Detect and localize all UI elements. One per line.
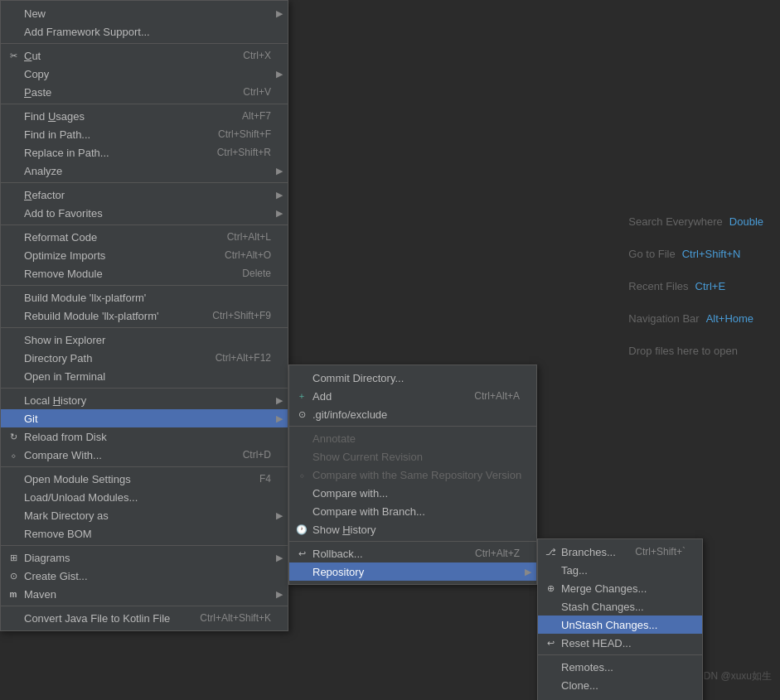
menu-item-analyze[interactable]: Analyze ▶ xyxy=(1,162,288,180)
repo-menu-unstash-changes[interactable]: UnStash Changes... xyxy=(538,616,702,634)
separator-10 xyxy=(1,606,288,606)
repo-menu-merge-changes[interactable]: ⊕ Merge Changes... xyxy=(538,579,702,597)
add-icon: + xyxy=(294,391,309,401)
git-separator-1 xyxy=(289,426,536,427)
repo-menu-stash-changes[interactable]: Stash Changes... xyxy=(538,597,702,616)
analyze-arrow: ▶ xyxy=(276,166,283,176)
git-menu-show-history[interactable]: 🕐 Show History xyxy=(289,520,536,538)
menu-item-find-in-path[interactable]: Find in Path... Ctrl+Shift+F xyxy=(1,125,288,143)
git-menu-gitinfo-exclude[interactable]: ⊙ .git/info/exclude xyxy=(289,405,536,423)
menu-item-new[interactable]: New ▶ xyxy=(1,4,288,22)
mark-dir-arrow: ▶ xyxy=(276,510,283,521)
repo-menu-tag[interactable]: Tag... xyxy=(538,561,702,579)
branches-icon: ⎇ xyxy=(543,547,558,558)
hint-nav-bar: Navigation Bar Alt+Home xyxy=(628,312,763,325)
git-menu-rollback[interactable]: ↩ Rollback... Ctrl+Alt+Z xyxy=(289,544,536,562)
hint-goto-file: Go to File Ctrl+Shift+N xyxy=(628,248,763,260)
menu-item-git[interactable]: Git ▶ xyxy=(1,409,288,427)
git-menu-compare-branch[interactable]: Compare with Branch... xyxy=(289,502,536,520)
context-menu-main: New ▶ Add Framework Support... ✂ Cut Ctr… xyxy=(0,0,288,631)
menu-item-cut[interactable]: ✂ Cut Ctrl+X xyxy=(1,46,288,65)
menu-item-remove-bom[interactable]: Remove BOM xyxy=(1,524,288,543)
maven-arrow: ▶ xyxy=(276,589,283,600)
local-history-arrow: ▶ xyxy=(276,395,283,406)
diagrams-arrow: ▶ xyxy=(276,553,283,563)
hint-recent-files: Recent Files Ctrl+E xyxy=(628,280,763,292)
cut-icon: ✂ xyxy=(6,51,21,61)
separator-5 xyxy=(1,285,288,286)
hint-nav-bar-shortcut: Alt+Home xyxy=(706,312,753,325)
refactor-arrow: ▶ xyxy=(276,190,283,200)
menu-item-refactor[interactable]: Refactor ▶ xyxy=(1,186,288,204)
git-separator-2 xyxy=(289,541,536,542)
context-menu-repository: ⎇ Branches... Ctrl+Shift+` Tag... ⊕ Merg… xyxy=(537,538,703,700)
context-menu-git: Commit Directory... + Add Ctrl+Alt+A ⊙ .… xyxy=(288,364,537,585)
menu-item-create-gist[interactable]: ⊙ Create Gist... xyxy=(1,567,288,585)
menu-item-reload-disk[interactable]: ↻ Reload from Disk xyxy=(1,427,288,446)
repo-menu-remotes[interactable]: Remotes... xyxy=(538,658,702,676)
git-menu-commit-directory[interactable]: Commit Directory... xyxy=(289,369,536,387)
menu-item-find-usages[interactable]: Find Usages Alt+F7 xyxy=(1,107,288,125)
hint-goto-file-label: Go to File xyxy=(628,248,675,260)
repo-menu-clone[interactable]: Clone... xyxy=(538,676,702,694)
menu-item-reformat-code[interactable]: Reformat Code Ctrl+Alt+L xyxy=(1,228,288,246)
menu-item-add-framework[interactable]: Add Framework Support... xyxy=(1,22,288,41)
hint-nav-bar-label: Navigation Bar xyxy=(628,312,699,325)
repo-menu-fetch[interactable]: Fetch xyxy=(538,694,702,700)
hint-search-label: Search Everywhere xyxy=(628,215,722,228)
repo-separator-1 xyxy=(538,654,702,655)
reset-head-icon: ↩ xyxy=(543,638,558,649)
copy-arrow: ▶ xyxy=(276,69,283,80)
git-menu-compare-same-repo: ⬦ Compare with the Same Repository Versi… xyxy=(289,466,536,484)
git-menu-compare-with[interactable]: Compare with... xyxy=(289,484,536,502)
separator-8 xyxy=(1,466,288,467)
rollback-icon: ↩ xyxy=(294,548,309,559)
hint-drop-files: Drop files here to open xyxy=(628,345,763,357)
menu-item-copy[interactable]: Copy ▶ xyxy=(1,65,288,83)
git-menu-add[interactable]: + Add Ctrl+Alt+A xyxy=(289,387,536,405)
repo-menu-branches[interactable]: ⎇ Branches... Ctrl+Shift+` xyxy=(538,543,702,561)
menu-item-add-favorites[interactable]: Add to Favorites ▶ xyxy=(1,204,288,222)
reload-icon: ↻ xyxy=(6,432,21,442)
menu-item-replace-in-path[interactable]: Replace in Path... Ctrl+Shift+R xyxy=(1,143,288,162)
maven-icon: m xyxy=(6,590,21,599)
merge-icon: ⊕ xyxy=(543,583,558,594)
gist-icon: ⊙ xyxy=(6,571,21,582)
menu-item-open-module-settings[interactable]: Open Module Settings F4 xyxy=(1,470,288,488)
menu-item-build-module[interactable]: Build Module 'llx-platform' xyxy=(1,288,288,307)
menu-item-rebuild-module[interactable]: Rebuild Module 'llx-platform' Ctrl+Shift… xyxy=(1,307,288,325)
history-icon: 🕐 xyxy=(294,524,309,535)
menu-item-diagrams[interactable]: ⊞ Diagrams ▶ xyxy=(1,548,288,567)
menu-item-show-explorer[interactable]: Show in Explorer xyxy=(1,331,288,349)
separator-7 xyxy=(1,388,288,389)
hint-recent-files-shortcut: Ctrl+E xyxy=(695,280,725,292)
hint-search-shortcut: Double xyxy=(729,215,763,228)
git-arrow: ▶ xyxy=(276,413,283,424)
compare-icon: ⬦ xyxy=(6,450,21,460)
menu-item-open-terminal[interactable]: Open in Terminal xyxy=(1,367,288,385)
separator-3 xyxy=(1,182,288,183)
repo-menu-reset-head[interactable]: ↩ Reset HEAD... xyxy=(538,634,702,652)
hint-recent-files-label: Recent Files xyxy=(628,280,688,292)
menu-item-load-unload-modules[interactable]: Load/Unload Modules... xyxy=(1,488,288,506)
repository-arrow: ▶ xyxy=(525,567,531,577)
git-menu-repository[interactable]: Repository ▶ xyxy=(289,562,536,581)
menu-item-local-history[interactable]: Local History ▶ xyxy=(1,391,288,409)
menu-item-convert-java-kotlin[interactable]: Convert Java File to Kotlin File Ctrl+Al… xyxy=(1,609,288,627)
menu-item-mark-directory[interactable]: Mark Directory as ▶ xyxy=(1,506,288,524)
menu-item-remove-module[interactable]: Remove Module Delete xyxy=(1,264,288,282)
separator-1 xyxy=(1,43,288,44)
gitinfo-icon: ⊙ xyxy=(294,409,309,420)
menu-item-paste[interactable]: Paste Ctrl+V xyxy=(1,83,288,101)
hint-goto-file-shortcut: Ctrl+Shift+N xyxy=(682,248,741,260)
hint-drop-files-label: Drop files here to open xyxy=(628,345,738,357)
menu-item-directory-path[interactable]: Directory Path Ctrl+Alt+F12 xyxy=(1,349,288,367)
new-arrow: ▶ xyxy=(276,8,283,19)
git-menu-show-current-revision: Show Current Revision xyxy=(289,447,536,466)
git-menu-annotate: Annotate xyxy=(289,429,536,447)
menu-item-optimize-imports[interactable]: Optimize Imports Ctrl+Alt+O xyxy=(1,246,288,264)
menu-item-compare-with[interactable]: ⬦ Compare With... Ctrl+D xyxy=(1,446,288,464)
menu-item-maven[interactable]: m Maven ▶ xyxy=(1,585,288,603)
compare-repo-icon: ⬦ xyxy=(294,470,309,480)
separator-2 xyxy=(1,104,288,104)
